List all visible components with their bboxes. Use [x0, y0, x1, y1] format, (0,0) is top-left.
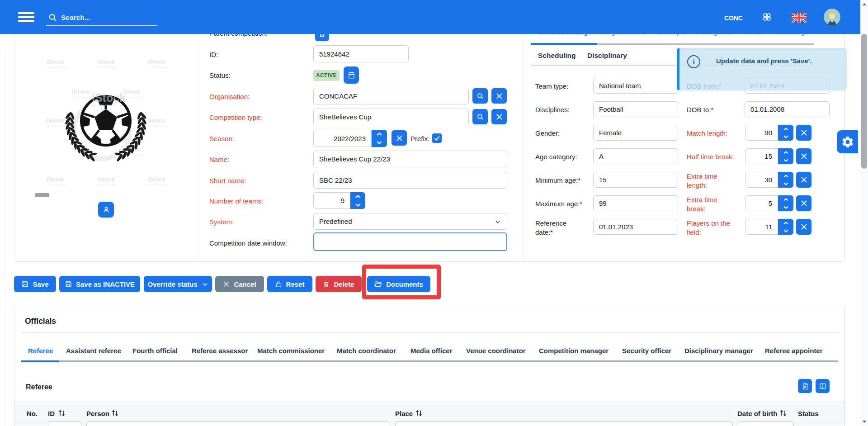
svg-text:iStock: iStock [72, 88, 90, 95]
svg-text:by Getty Images: by Getty Images [148, 184, 168, 186]
svg-text:by Getty Images: by Getty Images [92, 104, 115, 107]
svg-text:by Getty Images: by Getty Images [47, 66, 66, 69]
svg-text:iStock: iStock [47, 176, 65, 183]
svg-text:by Getty Images: by Getty Images [97, 66, 117, 69]
svg-text:iStock: iStock [148, 176, 166, 183]
svg-text:iStock: iStock [97, 58, 115, 65]
svg-text:iStock: iStock [148, 117, 166, 124]
svg-text:by Getty Images: by Getty Images [97, 184, 117, 186]
svg-text:by Getty Images: by Getty Images [148, 125, 168, 128]
svg-text:by Getty Images: by Getty Images [47, 125, 66, 128]
svg-text:by Getty Images: by Getty Images [72, 96, 92, 99]
svg-text:by Getty Images: by Getty Images [47, 184, 66, 186]
svg-text:iStock: iStock [47, 58, 65, 65]
svg-text:iStock: iStock [92, 91, 126, 104]
svg-text:iStock: iStock [148, 58, 166, 65]
svg-text:iStock: iStock [47, 117, 65, 124]
svg-text:iStock: iStock [97, 176, 115, 183]
svg-text:by Getty Images: by Getty Images [148, 66, 168, 69]
